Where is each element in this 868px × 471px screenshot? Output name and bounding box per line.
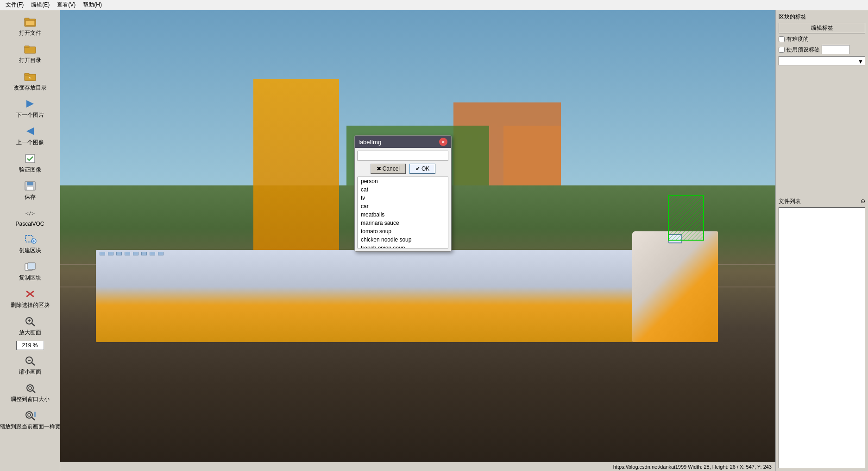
save-button[interactable]: 保存 [2,177,58,204]
difficult-checkbox[interactable] [779,36,785,42]
prev-image-button[interactable]: 上一个图像 [2,122,58,149]
zoom-in-label: 放大画面 [19,329,41,337]
svg-rect-4 [25,46,29,48]
open-file-label: 打开文件 [19,29,41,37]
copy-block-icon [23,260,38,273]
cancel-button[interactable]: ✖ Cancel [371,164,406,174]
zoom-out-icon [23,354,38,367]
change-save-dir-label: 改变存放目录 [13,84,47,92]
delete-block-button[interactable]: 删除选择的区块 [2,285,58,312]
save-icon [23,179,38,192]
menu-help[interactable]: 帮助(H) [79,0,106,10]
zoom-out-label: 缩小画面 [19,368,41,376]
change-save-dir-button[interactable]: S 改变存放目录 [2,68,58,94]
use-preset-label: 使用预设标签 [786,46,820,54]
open-dir-icon [23,43,38,56]
verify-image-button[interactable]: 验证图像 [2,150,58,176]
label-item-2[interactable]: tv [358,194,448,202]
svg-marker-8 [26,100,34,108]
open-file-button[interactable]: 打开文件 [2,13,58,39]
copy-block-label: 复制区块 [19,274,41,282]
train-front [632,231,718,342]
preset-input[interactable] [822,45,849,54]
right-sidebar: 区块的标签 编辑标签 有难度的 使用预设标签 ▼ 文件列表 ⊙ [775,10,868,471]
ok-button[interactable]: ✔ OK [409,164,435,174]
label-item-8[interactable]: french onion soup [358,244,448,248]
dialog-content: ✖ Cancel ✔ OK personcattvcarmeatballsmar… [355,148,451,251]
zoom-in-button[interactable]: 放大画面 [2,312,58,339]
label-list[interactable]: personcattvcarmeatballsmarinara saucetom… [358,177,448,248]
copy-block-button[interactable]: 复制区块 [2,258,58,284]
file-list-icon[interactable]: ⊙ [861,198,865,204]
menubar: 文件(F) 编辑(E) 查看(V) 帮助(H) [0,0,868,10]
fit-window-icon [23,382,38,395]
label-item-1[interactable]: cat [358,185,448,194]
open-dir-label: 打开目录 [19,57,41,64]
label-dialog[interactable]: labelImg × ✖ Cancel ✔ OK pe [354,135,452,252]
menu-file[interactable]: 文件(F) [2,0,27,10]
fit-window-button[interactable]: 调整到窗口大小 [2,379,58,406]
open-file-icon [23,15,38,28]
svg-rect-2 [25,20,35,25]
cancel-icon: ✖ [377,165,381,172]
delete-block-label: 删除选择的区块 [11,301,50,309]
verify-image-label: 验证图像 [19,166,41,174]
left-toolbar: 打开文件 打开目录 S 改变存放目录 [0,10,60,471]
label-item-7[interactable]: chicken noodle soup [358,236,448,244]
svg-point-36 [28,414,31,416]
annotation-box [668,195,704,241]
fit-current-button[interactable]: 缩放到跟当前画面一样宽 [2,407,58,433]
svg-rect-10 [25,154,35,163]
pascal-voc-icon: </> [23,207,38,220]
crane [253,79,339,264]
label-item-5[interactable]: marinara sauce [358,219,448,227]
svg-line-35 [31,417,35,420]
block-label-title: 区块的标签 [779,13,865,21]
label-item-3[interactable]: car [358,202,448,210]
label-item-4[interactable]: meatballs [358,210,448,219]
dialog-title: labelImg [359,139,381,146]
open-dir-button[interactable]: 打开目录 [2,40,58,67]
label-dropdown[interactable] [779,56,865,65]
svg-rect-21 [28,263,35,269]
dialog-close-button[interactable]: × [439,138,447,146]
next-image-label: 下一个图片 [16,111,44,119]
dialog-buttons: ✖ Cancel ✔ OK [358,164,448,174]
file-list-title-text: 文件列表 [779,197,801,205]
create-block-button[interactable]: 创建区块 [2,230,58,257]
svg-rect-13 [27,186,33,190]
use-preset-checkbox[interactable] [779,47,785,53]
label-item-0[interactable]: person [358,177,448,185]
create-block-icon [23,233,38,246]
pascal-voc-button[interactable]: </> PascalVOC [2,204,58,229]
verify-image-icon [23,152,38,165]
prev-image-label: 上一个图像 [16,139,44,146]
svg-rect-1 [25,18,29,20]
cancel-label: Cancel [383,165,400,172]
difficult-label: 有难度的 [786,35,809,43]
next-image-button[interactable]: 下一个图片 [2,95,58,121]
pascal-voc-label: PascalVOC [15,221,44,227]
svg-text:S: S [29,76,31,80]
label-input[interactable] [358,151,448,161]
edit-label-button[interactable]: 编辑标签 [779,23,865,33]
svg-rect-39 [669,196,703,240]
ok-label: OK [421,165,429,172]
change-save-dir-icon: S [23,70,38,83]
svg-point-31 [27,385,33,391]
label-item-6[interactable]: tomato soup [358,227,448,236]
fit-current-icon [23,409,38,422]
status-bar: https://blog.csdn.net/dankai1999 Width: … [60,462,775,471]
svg-marker-9 [26,127,34,135]
zoom-out-button[interactable]: 缩小画面 [2,352,58,378]
canvas-area[interactable]: labelImg × ✖ Cancel ✔ OK pe [60,10,775,471]
dropdown-wrapper: ▼ [779,56,865,67]
svg-point-34 [26,412,32,418]
fit-current-label: 缩放到跟当前画面一样宽 [0,423,60,431]
sidebar-spacer [779,67,865,197]
svg-line-29 [31,363,35,365]
ok-icon: ✔ [415,165,420,172]
menu-view[interactable]: 查看(V) [53,0,79,10]
file-list-section: 文件列表 ⊙ [779,197,865,205]
menu-edit[interactable]: 编辑(E) [27,0,53,10]
